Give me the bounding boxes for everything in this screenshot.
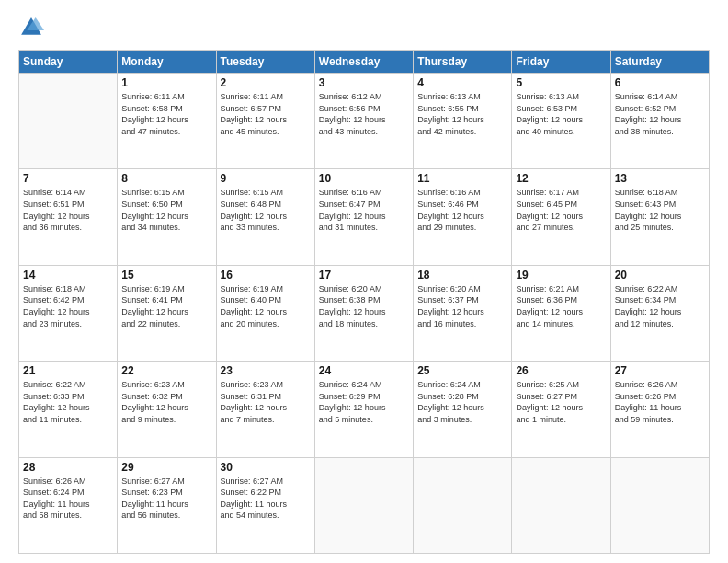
day-info: Sunrise: 6:25 AM Sunset: 6:27 PM Dayligh…	[516, 379, 606, 425]
day-info: Sunrise: 6:13 AM Sunset: 6:53 PM Dayligh…	[516, 91, 606, 137]
day-number: 9	[221, 172, 311, 185]
header	[18, 15, 710, 40]
calendar-cell: 27Sunrise: 6:26 AM Sunset: 6:26 PM Dayli…	[610, 362, 709, 457]
day-number: 26	[516, 364, 606, 377]
calendar-week-row: 1Sunrise: 6:11 AM Sunset: 6:58 PM Daylig…	[19, 74, 710, 169]
calendar-table: SundayMondayTuesdayWednesdayThursdayFrid…	[18, 50, 710, 554]
day-number: 27	[615, 364, 705, 377]
calendar-cell: 4Sunrise: 6:13 AM Sunset: 6:55 PM Daylig…	[414, 74, 512, 169]
day-number: 25	[417, 364, 507, 377]
day-number: 24	[319, 364, 409, 377]
weekday-header-thursday: Thursday	[414, 51, 512, 74]
day-info: Sunrise: 6:14 AM Sunset: 6:52 PM Dayligh…	[615, 91, 705, 137]
calendar-cell: 9Sunrise: 6:15 AM Sunset: 6:48 PM Daylig…	[216, 169, 314, 265]
calendar-cell: 17Sunrise: 6:20 AM Sunset: 6:38 PM Dayli…	[314, 265, 413, 361]
day-number: 3	[319, 76, 409, 89]
weekday-header-sunday: Sunday	[19, 51, 118, 74]
calendar-cell: 14Sunrise: 6:18 AM Sunset: 6:42 PM Dayli…	[19, 265, 118, 361]
day-number: 13	[615, 172, 705, 185]
day-number: 1	[121, 76, 211, 89]
day-number: 18	[417, 269, 507, 282]
day-number: 8	[121, 172, 211, 185]
calendar-cell: 2Sunrise: 6:11 AM Sunset: 6:57 PM Daylig…	[216, 74, 314, 169]
calendar-cell: 20Sunrise: 6:22 AM Sunset: 6:34 PM Dayli…	[610, 265, 709, 361]
calendar-cell: 8Sunrise: 6:15 AM Sunset: 6:50 PM Daylig…	[118, 169, 216, 265]
day-info: Sunrise: 6:19 AM Sunset: 6:41 PM Dayligh…	[121, 283, 211, 329]
day-info: Sunrise: 6:26 AM Sunset: 6:26 PM Dayligh…	[615, 379, 705, 425]
calendar-cell: 3Sunrise: 6:12 AM Sunset: 6:56 PM Daylig…	[314, 74, 413, 169]
calendar-cell: 18Sunrise: 6:20 AM Sunset: 6:37 PM Dayli…	[414, 265, 512, 361]
logo	[18, 15, 48, 40]
calendar-cell: 11Sunrise: 6:16 AM Sunset: 6:46 PM Dayli…	[414, 169, 512, 265]
day-number: 17	[319, 269, 409, 282]
calendar-cell: 5Sunrise: 6:13 AM Sunset: 6:53 PM Daylig…	[512, 74, 610, 169]
calendar-cell: 23Sunrise: 6:23 AM Sunset: 6:31 PM Dayli…	[216, 362, 314, 457]
day-info: Sunrise: 6:27 AM Sunset: 6:22 PM Dayligh…	[221, 476, 311, 522]
day-number: 20	[615, 269, 705, 282]
calendar-cell: 26Sunrise: 6:25 AM Sunset: 6:27 PM Dayli…	[512, 362, 610, 457]
day-number: 7	[23, 172, 113, 185]
day-info: Sunrise: 6:12 AM Sunset: 6:56 PM Dayligh…	[319, 91, 409, 137]
calendar-cell: 1Sunrise: 6:11 AM Sunset: 6:58 PM Daylig…	[118, 74, 216, 169]
calendar-cell: 12Sunrise: 6:17 AM Sunset: 6:45 PM Dayli…	[512, 169, 610, 265]
day-info: Sunrise: 6:23 AM Sunset: 6:32 PM Dayligh…	[121, 379, 211, 425]
weekday-header-saturday: Saturday	[610, 51, 709, 74]
day-number: 11	[417, 172, 507, 185]
day-info: Sunrise: 6:14 AM Sunset: 6:51 PM Dayligh…	[23, 187, 113, 233]
day-info: Sunrise: 6:18 AM Sunset: 6:43 PM Dayligh…	[615, 187, 705, 233]
calendar-cell: 24Sunrise: 6:24 AM Sunset: 6:29 PM Dayli…	[314, 362, 413, 457]
day-number: 4	[417, 76, 507, 89]
day-info: Sunrise: 6:19 AM Sunset: 6:40 PM Dayligh…	[221, 283, 311, 329]
day-number: 23	[221, 364, 311, 377]
logo-icon	[18, 15, 44, 40]
day-number: 19	[516, 269, 606, 282]
day-number: 30	[221, 461, 311, 474]
day-info: Sunrise: 6:16 AM Sunset: 6:46 PM Dayligh…	[417, 187, 507, 233]
day-info: Sunrise: 6:18 AM Sunset: 6:42 PM Dayligh…	[23, 283, 113, 329]
calendar-cell: 10Sunrise: 6:16 AM Sunset: 6:47 PM Dayli…	[314, 169, 413, 265]
calendar-cell	[512, 457, 610, 553]
day-number: 29	[121, 461, 211, 474]
day-info: Sunrise: 6:26 AM Sunset: 6:24 PM Dayligh…	[23, 476, 113, 522]
calendar-cell: 28Sunrise: 6:26 AM Sunset: 6:24 PM Dayli…	[19, 457, 118, 553]
day-info: Sunrise: 6:20 AM Sunset: 6:38 PM Dayligh…	[319, 283, 409, 329]
weekday-header-friday: Friday	[512, 51, 610, 74]
calendar-cell: 6Sunrise: 6:14 AM Sunset: 6:52 PM Daylig…	[610, 74, 709, 169]
day-info: Sunrise: 6:22 AM Sunset: 6:34 PM Dayligh…	[615, 283, 705, 329]
weekday-header-tuesday: Tuesday	[216, 51, 314, 74]
calendar-cell: 25Sunrise: 6:24 AM Sunset: 6:28 PM Dayli…	[414, 362, 512, 457]
page: SundayMondayTuesdayWednesdayThursdayFrid…	[0, 0, 728, 563]
day-info: Sunrise: 6:22 AM Sunset: 6:33 PM Dayligh…	[23, 379, 113, 425]
calendar-week-row: 21Sunrise: 6:22 AM Sunset: 6:33 PM Dayli…	[19, 362, 710, 457]
day-number: 22	[121, 364, 211, 377]
calendar-cell	[314, 457, 413, 553]
day-number: 16	[221, 269, 311, 282]
day-number: 2	[221, 76, 311, 89]
calendar-cell	[19, 74, 118, 169]
day-info: Sunrise: 6:23 AM Sunset: 6:31 PM Dayligh…	[221, 379, 311, 425]
calendar-cell: 15Sunrise: 6:19 AM Sunset: 6:41 PM Dayli…	[118, 265, 216, 361]
calendar-week-row: 28Sunrise: 6:26 AM Sunset: 6:24 PM Dayli…	[19, 457, 710, 553]
calendar-cell: 19Sunrise: 6:21 AM Sunset: 6:36 PM Dayli…	[512, 265, 610, 361]
calendar-cell: 22Sunrise: 6:23 AM Sunset: 6:32 PM Dayli…	[118, 362, 216, 457]
day-info: Sunrise: 6:27 AM Sunset: 6:23 PM Dayligh…	[121, 476, 211, 522]
day-info: Sunrise: 6:20 AM Sunset: 6:37 PM Dayligh…	[417, 283, 507, 329]
day-number: 5	[516, 76, 606, 89]
day-info: Sunrise: 6:17 AM Sunset: 6:45 PM Dayligh…	[516, 187, 606, 233]
day-info: Sunrise: 6:13 AM Sunset: 6:55 PM Dayligh…	[417, 91, 507, 137]
weekday-header-monday: Monday	[118, 51, 216, 74]
calendar-cell: 7Sunrise: 6:14 AM Sunset: 6:51 PM Daylig…	[19, 169, 118, 265]
day-number: 12	[516, 172, 606, 185]
day-info: Sunrise: 6:15 AM Sunset: 6:50 PM Dayligh…	[121, 187, 211, 233]
calendar-week-row: 14Sunrise: 6:18 AM Sunset: 6:42 PM Dayli…	[19, 265, 710, 361]
day-number: 21	[23, 364, 113, 377]
day-info: Sunrise: 6:11 AM Sunset: 6:58 PM Dayligh…	[121, 91, 211, 137]
day-info: Sunrise: 6:11 AM Sunset: 6:57 PM Dayligh…	[221, 91, 311, 137]
weekday-header-wednesday: Wednesday	[314, 51, 413, 74]
day-number: 6	[615, 76, 705, 89]
calendar-cell: 13Sunrise: 6:18 AM Sunset: 6:43 PM Dayli…	[610, 169, 709, 265]
day-info: Sunrise: 6:15 AM Sunset: 6:48 PM Dayligh…	[221, 187, 311, 233]
calendar-cell: 16Sunrise: 6:19 AM Sunset: 6:40 PM Dayli…	[216, 265, 314, 361]
calendar-cell	[610, 457, 709, 553]
calendar-week-row: 7Sunrise: 6:14 AM Sunset: 6:51 PM Daylig…	[19, 169, 710, 265]
